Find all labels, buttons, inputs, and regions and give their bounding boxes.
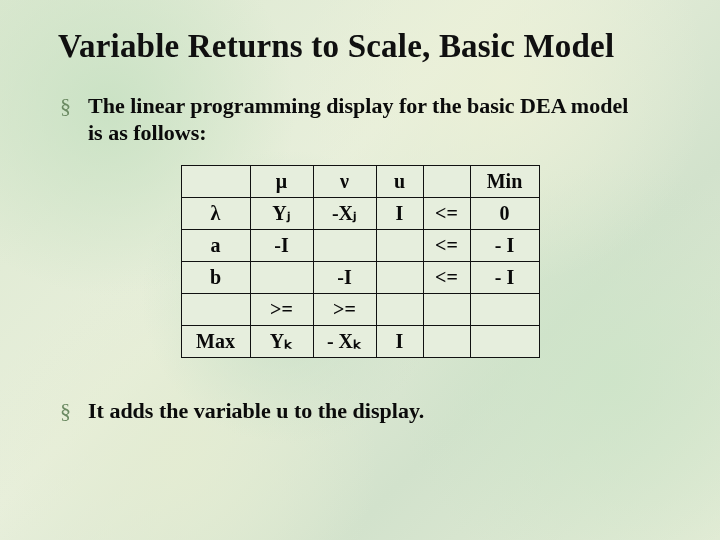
cell: a <box>181 229 250 261</box>
slide: Variable Returns to Scale, Basic Model T… <box>0 0 720 540</box>
cell: Yⱼ <box>250 197 313 229</box>
bullet-item: It adds the variable u to the display. <box>56 398 648 425</box>
cell <box>376 261 423 293</box>
cell <box>376 293 423 325</box>
cell: - I <box>470 229 539 261</box>
table-row: λ Yⱼ -Xⱼ I <= 0 <box>181 197 539 229</box>
bullet-list: The linear programming display for the b… <box>56 93 672 147</box>
cell: >= <box>250 293 313 325</box>
cell: μ <box>250 165 313 197</box>
table-row: >= >= <box>181 293 539 325</box>
cell: b <box>181 261 250 293</box>
table-row: μ ν u Min <box>181 165 539 197</box>
cell <box>423 293 470 325</box>
cell: Max <box>181 325 250 357</box>
cell <box>423 165 470 197</box>
cell: - Xₖ <box>313 325 376 357</box>
cell <box>470 325 539 357</box>
cell: I <box>376 197 423 229</box>
table-row: b -I <= - I <box>181 261 539 293</box>
cell <box>470 293 539 325</box>
cell: -I <box>250 229 313 261</box>
cell <box>250 261 313 293</box>
dea-table: μ ν u Min λ Yⱼ -Xⱼ I <= 0 a -I <= - I <box>181 165 540 358</box>
cell: I <box>376 325 423 357</box>
cell: Min <box>470 165 539 197</box>
table-row: Max Yₖ - Xₖ I <box>181 325 539 357</box>
cell <box>181 293 250 325</box>
cell: ν <box>313 165 376 197</box>
bullet-item: The linear programming display for the b… <box>56 93 648 147</box>
cell: u <box>376 165 423 197</box>
cell: <= <box>423 261 470 293</box>
cell <box>181 165 250 197</box>
cell <box>423 325 470 357</box>
cell: -Xⱼ <box>313 197 376 229</box>
slide-title: Variable Returns to Scale, Basic Model <box>58 28 672 65</box>
cell: -I <box>313 261 376 293</box>
cell: λ <box>181 197 250 229</box>
cell: - I <box>470 261 539 293</box>
cell: <= <box>423 229 470 261</box>
cell: Yₖ <box>250 325 313 357</box>
cell: >= <box>313 293 376 325</box>
cell: <= <box>423 197 470 229</box>
bullet-list: It adds the variable u to the display. <box>56 398 672 425</box>
table-row: a -I <= - I <box>181 229 539 261</box>
cell <box>313 229 376 261</box>
table-container: μ ν u Min λ Yⱼ -Xⱼ I <= 0 a -I <= - I <box>48 165 672 358</box>
cell <box>376 229 423 261</box>
cell: 0 <box>470 197 539 229</box>
